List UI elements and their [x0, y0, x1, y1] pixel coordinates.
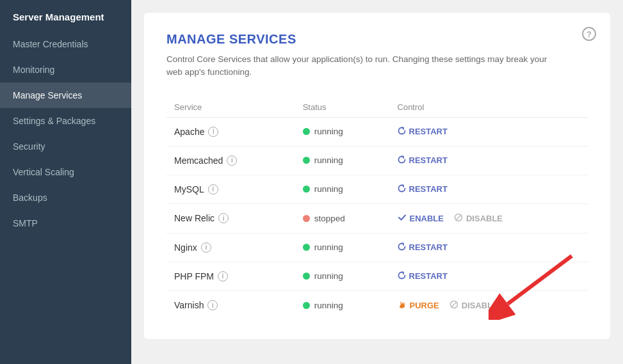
control-disable-button[interactable]: DISABLE	[454, 213, 503, 224]
content-card: ? MANAGE SERVICES Control Core Services …	[144, 13, 610, 339]
restart-icon	[398, 184, 406, 194]
service-status-cell: running	[295, 233, 390, 262]
table-row: MemcachedirunningRESTART	[166, 146, 588, 175]
service-info-icon[interactable]: i	[207, 300, 218, 310]
service-info-icon[interactable]: i	[208, 127, 218, 137]
service-status-cell: running	[295, 117, 390, 146]
svg-line-3	[451, 302, 456, 306]
main-content: ? MANAGE SERVICES Control Core Services …	[131, 0, 623, 364]
status-dot	[303, 186, 310, 193]
status-dot	[303, 244, 310, 251]
restart-icon	[398, 271, 406, 281]
restart-icon	[398, 155, 406, 166]
service-name-label: Memcachedi	[174, 155, 287, 166]
disable-icon	[449, 300, 458, 311]
service-info-icon[interactable]: i	[201, 242, 211, 253]
service-name-label: Varnishi	[174, 300, 287, 310]
service-control-cell: RESTART	[390, 146, 588, 175]
sidebar-item-security[interactable]: Security	[0, 134, 131, 159]
service-name-cell: MySQLi	[166, 175, 295, 203]
service-name-label: PHP FPMi	[174, 271, 287, 281]
service-control-cell: RESTART	[390, 233, 588, 262]
service-control-cell: ENABLEDISABLE	[390, 203, 588, 233]
services-tbody: ApacheirunningRESTARTMemcachedirunningRE…	[166, 117, 588, 320]
sidebar-item-backups[interactable]: Backups	[0, 185, 131, 210]
table-row: PHP FPMirunningRESTART	[166, 262, 588, 290]
sidebar-title: Server Management	[0, 0, 131, 31]
status-dot	[303, 302, 310, 309]
status-dot	[303, 273, 310, 280]
service-status-cell: stopped	[295, 203, 390, 233]
page-description: Control Core Services that allow your ap…	[166, 53, 551, 79]
status-text: stopped	[314, 214, 345, 223]
col-status: Status	[295, 97, 390, 118]
table-row: New RelicistoppedENABLEDISABLE	[166, 203, 588, 233]
service-name-label: Apachei	[174, 127, 287, 137]
service-control-cell: PURGEDISABLE	[390, 290, 588, 320]
status-text: running	[314, 184, 343, 194]
table-row: MySQLirunningRESTART	[166, 175, 588, 203]
status-dot	[303, 128, 310, 135]
col-service: Service	[166, 97, 295, 118]
service-name-cell: New Relici	[166, 203, 295, 233]
table-row: NginxirunningRESTART	[166, 233, 588, 262]
service-name-cell: Memcachedi	[166, 146, 295, 175]
service-status-cell: running	[295, 146, 390, 175]
services-table: Service Status Control ApacheirunningRES…	[166, 97, 588, 320]
service-name-label: New Relici	[174, 213, 287, 223]
service-name-cell: Varnishi	[166, 290, 295, 320]
service-control-cell: RESTART	[390, 175, 588, 203]
service-info-icon[interactable]: i	[208, 184, 218, 194]
page-title: MANAGE SERVICES	[166, 32, 588, 47]
status-dot	[303, 157, 310, 164]
service-status-cell: running	[295, 262, 390, 290]
restart-icon	[398, 242, 406, 253]
status-text: running	[314, 155, 343, 165]
service-name-cell: Nginxi	[166, 233, 295, 262]
service-control-cell: RESTART	[390, 262, 588, 290]
sidebar-item-smtp[interactable]: SMTP	[0, 210, 131, 236]
service-name-cell: PHP FPMi	[166, 262, 295, 290]
sidebar-item-settings-packages[interactable]: Settings & Packages	[0, 108, 131, 134]
purge-icon	[398, 300, 407, 311]
disable-icon	[454, 213, 463, 224]
status-dot	[303, 215, 310, 222]
restart-icon	[398, 127, 406, 137]
service-info-icon[interactable]: i	[227, 155, 237, 166]
service-info-icon[interactable]: i	[218, 213, 229, 223]
service-info-icon[interactable]: i	[218, 271, 228, 281]
service-status-cell: running	[295, 290, 390, 320]
col-control: Control	[390, 97, 588, 118]
control-restart-button[interactable]: RESTART	[398, 184, 448, 194]
svg-line-1	[456, 215, 460, 219]
service-name-label: Nginxi	[174, 242, 287, 253]
table-row: ApacheirunningRESTART	[166, 117, 588, 146]
sidebar-item-monitoring[interactable]: Monitoring	[0, 57, 131, 83]
control-restart-button[interactable]: RESTART	[398, 127, 448, 137]
table-row: VarnishirunningPURGEDISABLE	[166, 290, 588, 320]
status-text: running	[314, 242, 343, 252]
help-icon[interactable]: ?	[582, 27, 596, 41]
service-control-cell: RESTART	[390, 117, 588, 146]
control-restart-button[interactable]: RESTART	[398, 242, 448, 253]
control-restart-button[interactable]: RESTART	[398, 155, 448, 166]
service-name-label: MySQLi	[174, 184, 287, 194]
sidebar-item-vertical-scaling[interactable]: Vertical Scaling	[0, 159, 131, 185]
enable-icon	[398, 213, 407, 224]
control-restart-button[interactable]: RESTART	[398, 271, 448, 281]
sidebar-item-master-credentials[interactable]: Master Credentials	[0, 31, 131, 57]
status-text: running	[314, 301, 343, 310]
control-enable-button[interactable]: ENABLE	[398, 213, 444, 224]
table-header: Service Status Control	[166, 97, 588, 118]
service-status-cell: running	[295, 175, 390, 203]
control-purge-button[interactable]: PURGE	[398, 300, 439, 311]
service-name-cell: Apachei	[166, 117, 295, 146]
sidebar: Server Management Master CredentialsMoni…	[0, 0, 131, 364]
sidebar-item-manage-services[interactable]: Manage Services	[0, 83, 131, 108]
status-text: running	[314, 271, 343, 281]
status-text: running	[314, 127, 343, 136]
control-disable-button[interactable]: DISABLE	[449, 300, 498, 311]
